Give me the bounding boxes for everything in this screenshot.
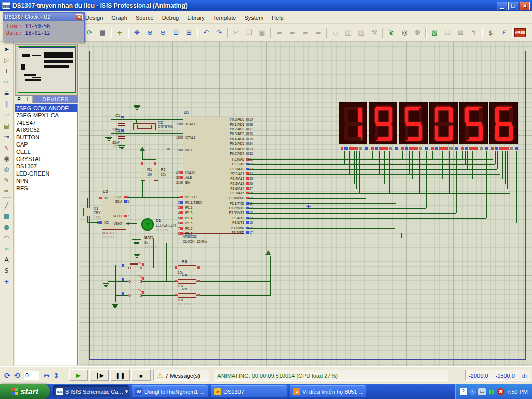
paste-icon[interactable]: ▣ (256, 27, 268, 38)
seven-segment-display-4[interactable] (429, 102, 458, 144)
taskbar-button-firefox[interactable]: ◕Vi điều khiển họ 8051 ... (290, 385, 366, 397)
design-explorer-icon[interactable]: ▧ (429, 27, 441, 38)
close-button[interactable]: ✕ (520, 2, 530, 10)
menu-item[interactable]: Source (131, 13, 158, 22)
schematic-canvas[interactable]: U1 AT89C52 CLOCK=12MHz U2 DS1307 <TEXT> … (79, 42, 532, 366)
block-copy-icon[interactable]: ▰ (273, 27, 285, 38)
device-list-item[interactable]: 74LS47 (15, 119, 77, 126)
grid-icon[interactable]: ▦ (97, 27, 109, 38)
marker-mode-icon[interactable]: + (1, 276, 12, 287)
seven-segment-display-6[interactable] (489, 102, 518, 144)
menu-item[interactable]: Help (268, 13, 288, 22)
property-tool-icon[interactable]: ⚙ (411, 27, 423, 38)
zoom-all-icon[interactable]: ⊞ (183, 27, 195, 38)
graph-mode-icon[interactable]: ∿ (1, 142, 12, 153)
play-button[interactable]: ▶ (69, 369, 88, 381)
text-script-icon[interactable]: ≡ (1, 87, 12, 98)
menu-item[interactable]: Debug (158, 13, 183, 22)
device-list-item[interactable]: RES (15, 184, 77, 192)
rotate-ccw-icon[interactable]: ⟲ (14, 371, 21, 380)
redo-icon[interactable]: ↷ (213, 27, 225, 38)
junction-dot-icon[interactable]: + (1, 65, 12, 76)
device-list-item[interactable]: 7SEG-MPX1-CA (15, 112, 77, 119)
terminal-mode-icon[interactable]: ▤ (1, 120, 12, 131)
minimize-button[interactable]: ▁ (497, 2, 507, 10)
menu-item[interactable]: Template (209, 13, 241, 22)
rotate-cw-icon[interactable]: ⟳ (4, 371, 11, 380)
seven-segment-display-5[interactable] (459, 102, 488, 144)
erc-icon[interactable]: ⚡ (498, 27, 510, 38)
device-pin-icon[interactable]: ⊸ (1, 131, 12, 142)
device-list-item[interactable]: CELL (15, 148, 77, 155)
component-r2[interactable] (154, 168, 158, 181)
component-mode-icon[interactable]: ▷ (1, 55, 12, 65)
2d-box-icon[interactable]: ■ (1, 210, 12, 221)
component-bat1[interactable] (132, 239, 141, 240)
component-r4[interactable] (178, 279, 196, 284)
generator-mode-icon[interactable]: ◍ (1, 164, 12, 175)
library-button[interactable]: L (24, 96, 33, 103)
signal-icon[interactable]: ▮▮ (488, 388, 495, 395)
start-button[interactable]: start (0, 384, 50, 399)
menu-item[interactable]: Library (183, 13, 209, 22)
flip-horizontal-icon[interactable]: ↔ (43, 371, 50, 380)
make-device-icon[interactable]: ◫ (342, 27, 354, 38)
security-shield-icon[interactable]: ✖ (497, 388, 504, 395)
goto-parent-icon[interactable]: ↰ (468, 27, 480, 38)
cut-icon[interactable]: ✂ (230, 27, 242, 38)
flip-vertical-icon[interactable]: ↕ (53, 371, 60, 380)
message-box[interactable]: ⚠ 7 Message(s) (153, 370, 209, 381)
device-list-item[interactable]: CAP (15, 141, 77, 148)
origin-icon[interactable]: + (114, 27, 126, 38)
remove-sheet-icon[interactable]: ⊠ (455, 27, 467, 38)
2d-circle-icon[interactable]: ● (1, 221, 12, 232)
packaging-icon[interactable]: ▥ (355, 27, 367, 38)
help-tray-icon[interactable]: ? (460, 388, 467, 395)
undo-icon[interactable]: ↶ (200, 27, 212, 38)
zoom-out-icon[interactable]: ⊖ (157, 27, 169, 38)
step-button[interactable]: ❙▶ (89, 369, 109, 381)
bill-of-materials-icon[interactable]: $ (485, 27, 497, 38)
taskbar-button-isis[interactable]: ISIS3 ISIS Schematic Ca...▾ (53, 385, 129, 397)
2d-symbol-icon[interactable]: S (1, 265, 12, 276)
seven-segment-display-1[interactable] (339, 102, 367, 144)
component-x1-crystal[interactable] (83, 208, 90, 216)
subcircuit-icon[interactable]: ▱ (1, 109, 12, 120)
device-list-item[interactable]: 7SEG-COM-ANODE (15, 104, 77, 112)
zoom-in-icon[interactable]: ⊕ (144, 27, 156, 38)
selection-mode-icon[interactable]: ➤ (1, 44, 12, 55)
2d-arc-icon[interactable]: ◠ (1, 232, 12, 243)
component-c2-cap[interactable] (118, 136, 125, 137)
voltage-probe-icon[interactable]: ✎ (1, 175, 12, 185)
rotate-angle-input[interactable] (24, 371, 39, 380)
tape-recorder-icon[interactable]: ◉ (1, 153, 12, 164)
device-list-item[interactable]: CRYSTAL (15, 155, 77, 163)
menu-item[interactable]: Design (81, 13, 107, 22)
bus-mode-icon[interactable]: ‖ (1, 98, 12, 109)
component-button-3[interactable] (130, 291, 138, 292)
component-r5[interactable] (178, 293, 196, 298)
wire-label-icon[interactable]: LBL (1, 76, 12, 87)
stop-button[interactable]: ■ (131, 369, 151, 381)
pick-part-icon[interactable]: ◇ (329, 27, 341, 38)
zoom-area-icon[interactable]: ⊡ (170, 27, 182, 38)
component-button-1[interactable] (130, 263, 138, 265)
overview-window[interactable] (15, 44, 78, 96)
device-list-item[interactable]: DS1307 (15, 163, 77, 170)
block-rotate-icon[interactable]: ▰ (299, 27, 311, 38)
block-move-icon[interactable]: ▰ (286, 27, 298, 38)
hide-icons-chevron-icon[interactable]: ‹ (469, 388, 476, 395)
taskbar-button-folder[interactable]: ▱DS1307 (211, 385, 287, 397)
popup-close-icon[interactable]: ✕ (76, 14, 83, 20)
device-list-item[interactable]: AT89C52 (15, 126, 77, 134)
group-dropdown-icon[interactable]: ▾ (125, 388, 128, 395)
menu-item[interactable]: Graph (107, 13, 131, 22)
component-r1[interactable] (141, 168, 145, 181)
ares-netlist-icon[interactable]: ARES (514, 28, 526, 37)
ds1307-clock-popup[interactable]: DS1307 Clock - U2 ✕ Time: 19-50-56 Date:… (3, 12, 85, 42)
block-delete-icon[interactable]: ▰ (312, 27, 324, 38)
wire-autorouter-icon[interactable]: ≷ (385, 27, 397, 38)
2d-path-icon[interactable]: ∞ (1, 243, 12, 254)
taskbar-button-word[interactable]: WDongHoThuNghiem1 ... (132, 385, 208, 397)
2d-text-icon[interactable]: A (1, 254, 12, 265)
